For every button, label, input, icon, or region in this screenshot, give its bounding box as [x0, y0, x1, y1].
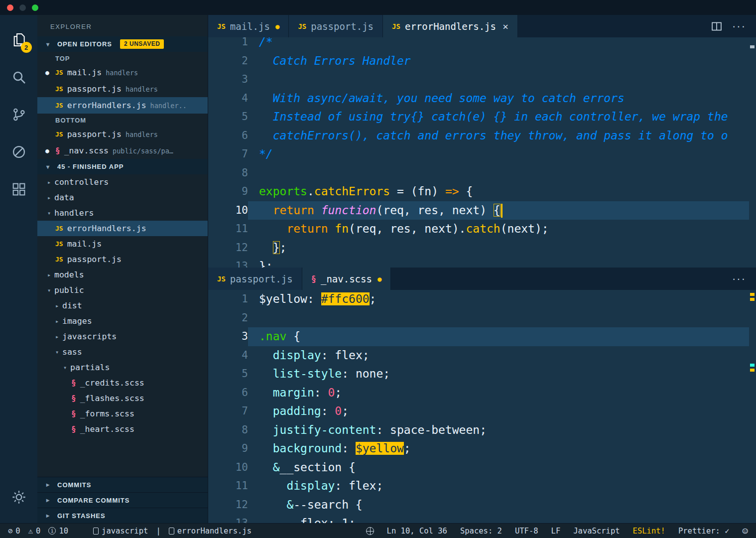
code-text: padding: 0; [248, 402, 749, 421]
scss-file-icon: § [311, 274, 316, 284]
info-count[interactable]: i10 [48, 527, 68, 536]
code-line[interactable]: 9 background: $yellow; [208, 439, 756, 458]
search-icon[interactable] [7, 62, 31, 92]
code-line[interactable]: 10 return function(req, res, next) { [208, 201, 756, 220]
tree-folder-javascripts[interactable]: ▸javascripts [37, 329, 208, 344]
eol[interactable]: LF [551, 527, 561, 536]
tree-folder-images[interactable]: ▸images [37, 313, 208, 329]
sidebar-section-commits[interactable]: ▸COMMITS [37, 477, 208, 492]
tree-file-_flashes.scss[interactable]: §_flashes.scss [37, 391, 208, 406]
language-mode[interactable]: JavaScript [573, 527, 620, 536]
tab-_nav.scss[interactable]: §_nav.scss● [302, 268, 391, 290]
split-editor-button[interactable] [711, 21, 722, 32]
code-line[interactable]: 2 [208, 309, 756, 328]
tree-folder-controllers[interactable]: ▸controllers [37, 174, 208, 190]
scss-file-icon: § [71, 378, 76, 388]
code-line[interactable]: 12 }; [208, 239, 756, 258]
code-line[interactable]: 9exports.catchErrors = (fn) => { [208, 182, 756, 201]
tree-file-mail.js[interactable]: JSmail.js [37, 236, 208, 252]
folder-root-header[interactable]: ▾ 45 - FINISHED APP [37, 159, 208, 174]
open-editor-item[interactable]: ●§_nav.scsspublic/sass/pa… [37, 142, 208, 159]
sidebar-section-compare-commits[interactable]: ▸COMPARE COMMITS [37, 492, 208, 508]
more-actions-button[interactable]: ··· [732, 272, 746, 285]
remote-indicator[interactable] [366, 527, 374, 535]
tree-folder-dist[interactable]: ▸dist [37, 298, 208, 313]
file-context[interactable]: errorHandlers.js [169, 527, 252, 536]
code-line[interactable]: 8 justify-content: space-between; [208, 421, 756, 440]
chevron-right-icon: ▸ [47, 194, 54, 201]
code-line[interactable]: 4 display: flex; [208, 346, 756, 365]
code-line[interactable]: 3.nav { [208, 327, 756, 346]
code-line[interactable]: 13}; [208, 257, 756, 268]
code-line[interactable]: 12 &--search { [208, 496, 756, 515]
sidebar-section-git-stashes[interactable]: ▸GIT STASHES [37, 508, 208, 523]
tree-folder-partials[interactable]: ▾partials [37, 360, 208, 375]
tree-folder-public[interactable]: ▾public [37, 282, 208, 298]
settings-gear-icon[interactable] [7, 482, 31, 512]
line-number: 9 [208, 439, 248, 458]
open-editor-item[interactable]: JSpassport.jshandlers [37, 126, 208, 142]
tab-mail.js[interactable]: JSmail.js● [208, 15, 289, 37]
code-line[interactable]: 7*/ [208, 145, 756, 164]
tab-passport.js[interactable]: JSpassport.js [289, 15, 383, 37]
open-editor-item[interactable]: JSpassport.jshandlers [37, 81, 208, 97]
code-editor-top[interactable]: 1/*2 Catch Errors Handler34 With async/a… [208, 37, 756, 268]
tree-folder-handlers[interactable]: ▾handlers [37, 205, 208, 221]
maximize-button[interactable] [32, 4, 38, 11]
code-line[interactable]: 2 Catch Errors Handler [208, 52, 756, 71]
debug-icon[interactable] [7, 137, 31, 167]
tree-file-_credits.scss[interactable]: §_credits.scss [37, 375, 208, 391]
minimize-button[interactable] [19, 4, 26, 11]
tree-file-errorHandlers.js[interactable]: JSerrorHandlers.js [37, 221, 208, 236]
encoding[interactable]: UTF-8 [515, 527, 538, 536]
code-line[interactable]: 11 display: flex; [208, 477, 756, 496]
code-text: $yellow: #ffc600; [248, 290, 749, 309]
tree-folder-sass[interactable]: ▾sass [37, 344, 208, 360]
title-bar [0, 0, 756, 15]
close-button[interactable] [7, 4, 13, 11]
explorer-icon[interactable]: 2 [7, 25, 31, 55]
open-editor-item[interactable]: ●JSmail.jshandlers [37, 64, 208, 81]
code-editor-bottom[interactable]: 1$yellow: #ffc600;23.nav {4 display: fle… [208, 290, 756, 523]
warnings-count[interactable]: ⚠0 [28, 527, 41, 536]
code-line[interactable]: 11 return fn(req, res, next).catch(next)… [208, 220, 756, 239]
tab-passport.js[interactable]: JSpassport.js [208, 268, 302, 290]
code-line[interactable]: 8 [208, 164, 756, 183]
source-control-icon[interactable] [7, 100, 31, 130]
tree-file-_heart.scss[interactable]: §_heart.scss [37, 421, 208, 437]
code-line[interactable]: 6 catchErrors(), catch and errors they t… [208, 127, 756, 145]
language-context[interactable]: javascript [93, 527, 148, 536]
ruler-mark [750, 293, 755, 296]
ruler-mark [750, 298, 755, 301]
code-line[interactable]: 3 [208, 70, 756, 89]
indentation[interactable]: Spaces: 2 [460, 527, 502, 536]
open-editors-header[interactable]: ▾ OPEN EDITORS 2 UNSAVED [37, 36, 208, 52]
eslint-status[interactable]: ESLint! [633, 527, 665, 536]
code-line[interactable]: 5 list-style: none; [208, 365, 756, 384]
tree-file-passport.js[interactable]: JSpassport.js [37, 252, 208, 267]
close-tab-icon[interactable]: × [503, 20, 508, 32]
code-line[interactable]: 5 Instead of using try{} catch(e) {} in … [208, 108, 756, 127]
extensions-icon[interactable] [7, 174, 31, 204]
feedback-smiley[interactable]: ☺ [743, 526, 748, 537]
code-line[interactable]: 7 padding: 0; [208, 402, 756, 421]
code-line[interactable]: 1/* [208, 37, 756, 52]
open-editor-item[interactable]: JSerrorHandlers.jshandler.. [37, 97, 208, 114]
code-line[interactable]: 6 margin: 0; [208, 384, 756, 403]
prettier-status[interactable]: Prettier: ✓ [678, 527, 730, 536]
errors-count[interactable]: ⊘0 [8, 527, 20, 536]
code-line[interactable]: 4 With async/await, you need some way to… [208, 89, 756, 108]
code-line[interactable]: 13 flex: 1; [208, 514, 756, 523]
tab-errorHandlers.js[interactable]: JSerrorHandlers.js× [383, 15, 518, 37]
code-line[interactable]: 10 &__section { [208, 458, 756, 477]
tree-folder-models[interactable]: ▸models [37, 267, 208, 282]
more-actions-button[interactable]: ··· [732, 20, 746, 33]
tree-file-_forms.scss[interactable]: §_forms.scss [37, 406, 208, 421]
line-number: 12 [208, 239, 248, 258]
tree-folder-data[interactable]: ▸data [37, 190, 208, 205]
file-name: partials [70, 363, 110, 372]
js-file-icon: JS [392, 22, 400, 30]
cursor-position[interactable]: Ln 10, Col 36 [387, 527, 447, 536]
file-name: dist [62, 301, 82, 310]
code-line[interactable]: 1$yellow: #ffc600; [208, 290, 756, 309]
